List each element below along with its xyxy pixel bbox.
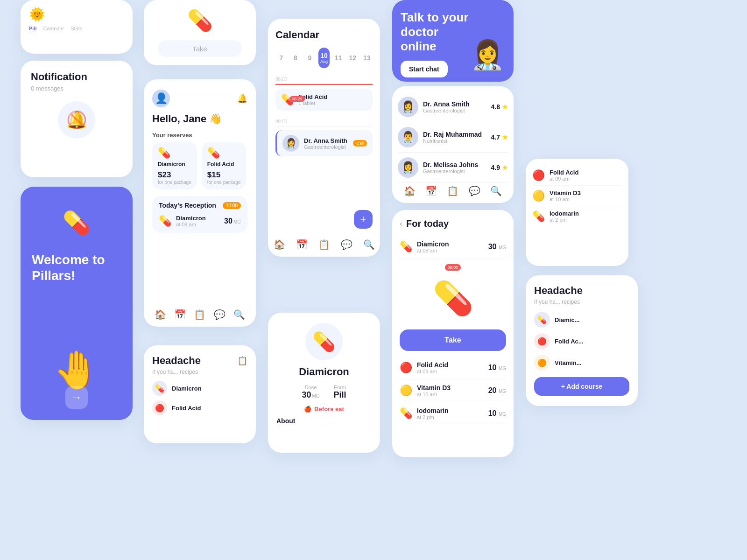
doctor-row-2[interactable]: 👨‍⚕️ Dr. Raj Muhammad Nutritionist 4.7 ★: [398, 122, 508, 153]
nav-calendar-icon[interactable]: 📅: [174, 309, 186, 320]
nav-search-icon[interactable]: 🔍: [233, 309, 245, 320]
reserve-diamicron[interactable]: 💊 Diamicron $23 for one package: [152, 142, 197, 189]
dr-anna-avatar: 👩‍⚕️: [398, 97, 418, 117]
diamicron-detail-screen: 💊 Diamicron Dose 30 MG Form Pill 🍎 Befor…: [268, 313, 380, 453]
form-label: Form: [334, 385, 346, 390]
today-med-icon: 💊: [159, 215, 171, 227]
mr-icon-2: 🟡: [532, 190, 545, 202]
hr-med-name-2: Folid Ac...: [555, 338, 584, 345]
dr-raj-name: Dr. Raj Muhammad: [423, 131, 486, 138]
mr-icon-1: 🔴: [532, 169, 545, 182]
headache-right-med-list: 💊 Diamic... 🔴 Folid Ac... 🟠 Vitamin...: [534, 312, 629, 371]
nav-calendar[interactable]: Calendar: [43, 26, 64, 31]
notification-screen: Notification 0 messages 🔔 🚫: [21, 61, 133, 177]
doc-nav-list[interactable]: 📋: [447, 185, 458, 196]
meds-right-row-2[interactable]: 🟡 Vitamin D3 at 10 am: [532, 186, 622, 206]
notification-icon-wrap: 🔔 🚫: [58, 101, 95, 139]
cal-nav-calendar[interactable]: 📅: [296, 239, 308, 250]
dose-val-wrap: 30 MG: [302, 390, 319, 400]
nav-doc-icon[interactable]: 📋: [194, 309, 205, 320]
dr-anna-spec: Gastroenterologist: [423, 108, 486, 113]
mr-name-1: Folid Acid: [550, 169, 578, 176]
cal-nav-chat[interactable]: 💬: [341, 239, 352, 250]
dose-value: 30: [302, 390, 311, 400]
reserve-folid[interactable]: 💊 Folid Acid $15 for one package: [202, 142, 247, 189]
capsule-image: 💊: [433, 279, 473, 317]
star-icon-3: ★: [502, 164, 508, 171]
mr-icon-3: 💊: [532, 210, 545, 223]
ft-med-info-2: Folid Acid at 09 am: [417, 361, 448, 374]
hr-med-icon-2: 🔴: [534, 333, 550, 349]
day-10[interactable]: 10 Aug: [318, 48, 330, 68]
doc-nav-home[interactable]: 🏠: [404, 185, 416, 196]
mr-info-2: Vitamin D3 at 10 am: [550, 189, 581, 202]
ft-med-info-3: Vitamin D3 at 10 am: [417, 384, 451, 397]
doctor-row-3[interactable]: 👩‍⚕️ Dr. Melissa Johns Gastroenterologis…: [398, 153, 508, 183]
day-12[interactable]: 12: [347, 48, 359, 68]
day-8[interactable]: 8: [290, 48, 302, 68]
calendar-title: Calendar: [275, 29, 373, 41]
hr-med-3: 🟠 Vitamin...: [534, 355, 629, 371]
for-today-med-1[interactable]: 💊 Diamicron at 08 am 30 MG: [400, 236, 506, 259]
doctor-row-1[interactable]: 👩‍⚕️ Dr. Anna Smith Gastroenterologist 4…: [398, 92, 508, 122]
take-button[interactable]: Take: [158, 40, 242, 57]
day-9[interactable]: 9: [304, 48, 316, 68]
headache-med-list: 💊 Diamicron 🔴 Folid Acid: [152, 381, 247, 415]
cal-nav-home[interactable]: 🏠: [274, 239, 285, 250]
hand-icon: 🤚: [53, 348, 100, 392]
ft-med-info-1: Diamicron at 08 am: [417, 240, 449, 253]
doctors-list-screen: 👩‍⚕️ Dr. Anna Smith Gastroenterologist 4…: [392, 86, 514, 203]
mr-time-3: at 2 pm: [550, 217, 579, 223]
add-event-fab[interactable]: +: [354, 210, 373, 229]
headache-card: Headache 📋 If you ha... recipes 💊 Diamic…: [144, 345, 256, 443]
today-dose-val: 30: [224, 217, 233, 225]
nav-pill[interactable]: Pill: [29, 26, 37, 31]
mr-info-3: Iodomarin at 2 pm: [550, 210, 579, 223]
hr-med-name-1: Diamic...: [555, 316, 579, 323]
capsule-area: 💊: [400, 279, 506, 317]
ft-med-icon-3: 🟡: [400, 385, 412, 397]
dr-anna-name: Dr. Anna Smith: [423, 100, 486, 108]
meds-right-row-3[interactable]: 💊 Iodomarin at 2 pm: [532, 206, 622, 226]
ft-med-time-1: at 08 am: [417, 248, 449, 253]
next-button[interactable]: →: [65, 386, 88, 409]
start-chat-button[interactable]: Start chat: [401, 61, 448, 77]
reserve-note-2: for one package: [207, 180, 241, 185]
for-today-med-2[interactable]: 🔴 Folid Acid at 09 am 10 MG: [400, 357, 506, 379]
star-icon-1: ★: [502, 103, 508, 111]
diamicron-icon: 💊: [158, 147, 191, 159]
for-today-med-3[interactable]: 🟡 Vitamin D3 at 10 am 20 MG: [400, 379, 506, 402]
nav-stats[interactable]: Stats: [70, 26, 82, 31]
dr-event-spec: Gastroenterologist: [304, 144, 347, 150]
bell-icon[interactable]: 🔔: [237, 93, 247, 104]
mr-name-3: Iodomarin: [550, 210, 579, 217]
nav-home-icon[interactable]: 🏠: [155, 309, 166, 320]
day-13[interactable]: 13: [361, 48, 373, 68]
day-11[interactable]: 11: [332, 48, 344, 68]
cal-nav-doc[interactable]: 📋: [318, 239, 330, 250]
doc-nav-cal[interactable]: 📅: [425, 185, 437, 196]
cal-nav-search[interactable]: 🔍: [363, 239, 375, 250]
doc-nav-search[interactable]: 🔍: [490, 185, 502, 196]
for-today-med-4[interactable]: 💊 Iodomarin at 2 pm 10 MG: [400, 402, 506, 425]
meds-right-row-1[interactable]: 🔴 Folid Acid at 09 am: [532, 165, 622, 186]
back-button[interactable]: ‹: [400, 219, 402, 229]
add-course-button[interactable]: + Add course: [534, 377, 629, 396]
dr-event-card[interactable]: 👩‍⚕️ Dr. Anna Smith Gastroenterologist C…: [275, 130, 373, 156]
doc-nav-chat-active[interactable]: 💬: [469, 185, 480, 196]
nav-chat-icon[interactable]: 💬: [214, 309, 226, 320]
headache-med-icon-1: 💊: [152, 381, 167, 396]
headache-right-screen: Headache If you ha... recipes 💊 Diamic..…: [526, 275, 638, 406]
hr-med-1: 💊 Diamic...: [534, 312, 629, 328]
today-med-time: at 08 am: [176, 222, 206, 227]
ft-med-name-3: Vitamin D3: [417, 384, 451, 392]
calendar-days-row: 7 8 9 10 Aug 11 12 13: [275, 48, 373, 68]
app-top-bar: 🌞 Pill Calendar Stats: [21, 0, 133, 54]
mr-time-2: at 10 am: [550, 196, 581, 202]
for-today-take-button[interactable]: Take: [400, 329, 506, 351]
today-dose-unit: MG: [233, 219, 241, 224]
doctor-bottom-nav: 🏠 📅 📋 💬 🔍: [392, 185, 514, 196]
day-7[interactable]: 7: [275, 48, 287, 68]
today-header: Today's Reception 10:00: [159, 202, 241, 209]
timeline-line-2: [275, 126, 373, 126]
